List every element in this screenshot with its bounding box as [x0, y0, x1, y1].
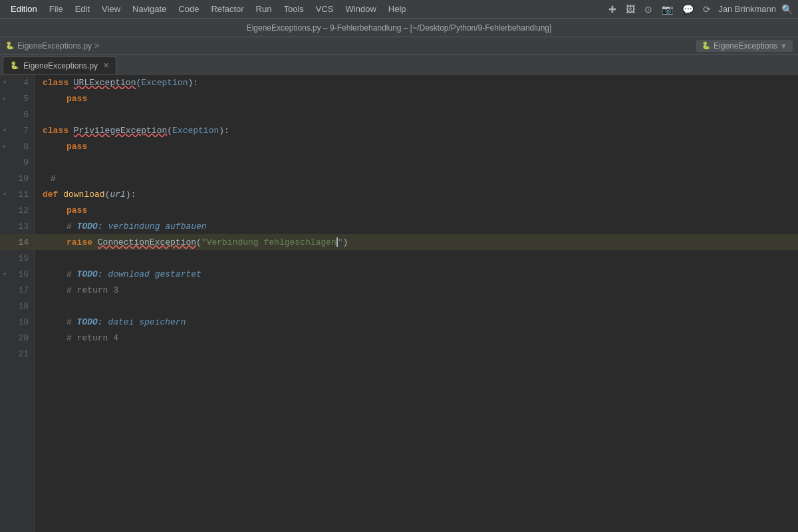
breadcrumb-filename[interactable]: EigeneExceptions.py — [17, 41, 92, 51]
breadcrumb-class: EigeneExceptions — [714, 41, 777, 51]
plus-icon[interactable]: ✚ — [606, 3, 618, 16]
tab-label: EigeneExceptions.py — [23, 61, 98, 70]
keyword-pass-12: pass — [66, 205, 87, 215]
code-content[interactable]: class URLException(Exception): pass clas… — [35, 74, 798, 532]
menu-window[interactable]: Window — [340, 3, 382, 15]
line-number-7: ▾7 — [0, 122, 34, 138]
menu-code[interactable]: Code — [173, 3, 204, 15]
line-number-9: 9 — [0, 154, 34, 170]
code-line-16: # TODO: download gestartet — [35, 266, 798, 282]
paren-open-7: ( — [167, 126, 172, 136]
parent-exception-7: Exception — [172, 126, 219, 136]
keyword-pass-5: pass — [66, 94, 87, 104]
menu-edit[interactable]: Edit — [70, 3, 95, 15]
keyword-class-7: class — [43, 126, 74, 136]
comment-hash-19: # — [66, 317, 77, 327]
menu-file[interactable]: File — [44, 3, 68, 15]
menu-tools[interactable]: Tools — [278, 3, 309, 15]
file-icon: 🐍 — [5, 41, 15, 50]
line-number-8: ▸8 — [0, 138, 34, 154]
photo-icon[interactable]: 🖼 — [624, 3, 637, 16]
code-line-6 — [35, 106, 798, 122]
fold-icon-7[interactable]: ▾ — [3, 126, 7, 134]
keyword-raise-14: raise — [66, 237, 98, 247]
code-line-20: # return 4 — [35, 330, 798, 346]
circle-icon[interactable]: ⊙ — [642, 3, 654, 16]
line-number-5: ▸5 — [0, 90, 34, 106]
fold-icon-4[interactable]: ▾ — [3, 78, 7, 86]
tabs-bar: 🐍 EigeneExceptions.py ✕ — [0, 55, 798, 74]
fold-icon-8[interactable]: ▸ — [3, 142, 7, 150]
breadcrumb-file-icon: 🐍 — [702, 41, 711, 50]
comment-hash-16: # — [66, 269, 77, 279]
line-number-11: ▾11 — [0, 186, 34, 202]
line-number-13: 13 — [0, 218, 34, 234]
breadcrumb-separator: > — [94, 41, 99, 51]
line-number-4: ▾4 — [0, 74, 34, 90]
menu-bar: Edition File Edit View Navigate Code Ref… — [0, 0, 798, 19]
paren-open-11: ( — [105, 190, 110, 200]
class-urlexception: URLException — [74, 78, 136, 88]
paren-close-14: ) — [343, 237, 348, 247]
keyword-class-4: class — [43, 78, 74, 88]
menu-run[interactable]: Run — [251, 3, 277, 15]
fold-icon-5[interactable]: ▸ — [3, 94, 7, 102]
line-number-20: 20 — [0, 330, 34, 346]
title-bar-text: EigeneExceptions.py – 9-Fehlerbehandlung… — [247, 23, 552, 33]
line-number-6: 6 — [0, 106, 34, 122]
history-icon[interactable]: ⟳ — [701, 3, 713, 16]
menu-navigate[interactable]: Navigate — [127, 3, 172, 15]
parent-exception-4: Exception — [141, 78, 188, 88]
line-number-19: 19 — [0, 314, 34, 330]
paren-close-11: ): — [126, 190, 136, 200]
breadcrumb-right[interactable]: 🐍 EigeneExceptions ▼ — [696, 40, 793, 52]
line-number-21: 21 — [0, 346, 34, 362]
breadcrumb-left: 🐍 EigeneExceptions.py > — [5, 41, 99, 51]
video-icon[interactable]: 📷 — [660, 3, 675, 16]
code-line-21 — [35, 346, 798, 362]
class-privilegeexception: PrivilegeException — [74, 126, 167, 136]
menu-vcs[interactable]: VCS — [311, 3, 339, 15]
comment-return3: # return 3 — [66, 285, 118, 295]
line-number-12: 12 — [0, 202, 34, 218]
menu-edition[interactable]: Edition — [5, 3, 43, 15]
line-numbers: ▾4 ▸5 6 ▾7 ▸8 9 10 ▾11 12 13 14 15 ▾16 1… — [0, 74, 35, 532]
code-line-11: def download(url): — [35, 186, 798, 202]
code-line-5: pass — [35, 90, 798, 106]
line-number-17: 17 — [0, 282, 34, 298]
title-bar: EigeneExceptions.py – 9-Fehlerbehandlung… — [0, 19, 798, 37]
paren-close-7: ): — [219, 126, 229, 136]
code-line-15 — [35, 250, 798, 266]
code-line-8: pass — [35, 138, 798, 154]
string-close: " — [338, 237, 343, 247]
tab-close-button[interactable]: ✕ — [103, 61, 109, 70]
search-icon[interactable]: 🔍 — [781, 4, 793, 15]
tab-eigene-exceptions[interactable]: 🐍 EigeneExceptions.py ✕ — [3, 57, 116, 74]
code-line-19: # TODO: datei speichern — [35, 314, 798, 330]
line-number-16: ▾16 — [0, 266, 34, 282]
line-number-18: 18 — [0, 298, 34, 314]
todo-keyword-16: TODO: — [77, 269, 103, 279]
connection-exception: ConnectionException — [98, 237, 196, 247]
menu-help[interactable]: Help — [383, 3, 412, 15]
chat-icon[interactable]: 💬 — [680, 3, 696, 16]
todo-keyword-19: TODO: — [77, 317, 103, 327]
code-line-10: # — [35, 170, 798, 186]
string-verbindung: "Verbindung fehlgeschlagen — [201, 237, 336, 247]
menu-refactor[interactable]: Refactor — [205, 3, 249, 15]
fold-icon-16[interactable]: ▾ — [3, 270, 7, 278]
comment-10: # — [51, 174, 56, 184]
fold-icon-11[interactable]: ▾ — [3, 190, 7, 198]
code-line-9 — [35, 154, 798, 170]
code-line-13: # TODO: verbindung aufbauen — [35, 218, 798, 234]
comment-return4: # return 4 — [66, 333, 118, 343]
paren-open-4: ( — [136, 78, 141, 88]
paren-open-14: ( — [196, 237, 201, 247]
editor-area: ▾4 ▸5 6 ▾7 ▸8 9 10 ▾11 12 13 14 15 ▾16 1… — [0, 74, 798, 532]
line-number-10: 10 — [0, 170, 34, 186]
comment-hash-13: # — [66, 221, 77, 231]
menu-view[interactable]: View — [96, 3, 126, 15]
code-line-12: pass — [35, 202, 798, 218]
param-url: url — [110, 190, 125, 200]
todo-text-13: verbindung aufbauen — [103, 221, 207, 231]
